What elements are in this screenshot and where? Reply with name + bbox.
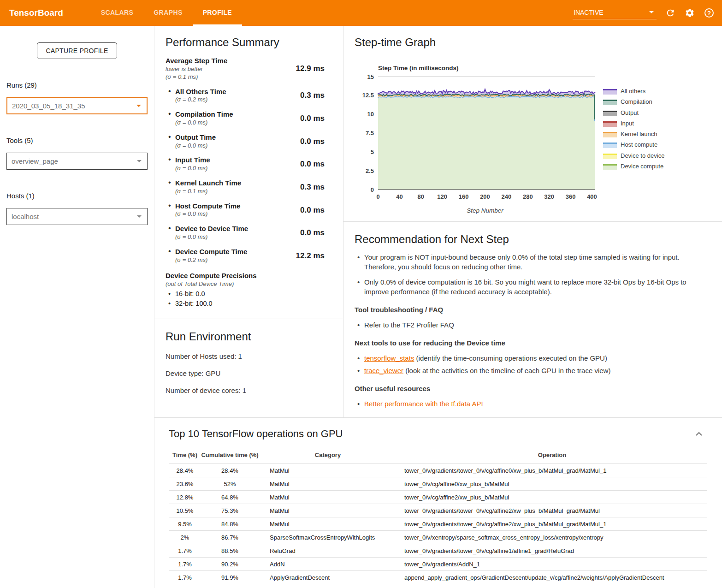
metric-value: 0.0 ms: [300, 160, 332, 169]
metric-label: Device to Device Time: [175, 225, 248, 233]
metric-label-block: Kernel Launch Time(σ = 0.1 ms): [166, 179, 241, 196]
tab-scalars[interactable]: SCALARS: [91, 0, 143, 26]
next-tool-item: tensorflow_stats (identify the time-cons…: [355, 353, 710, 363]
legend-label: Device to device: [621, 153, 664, 159]
legend-band: [603, 123, 617, 127]
main-content: Performance Summary Average Step Time lo…: [154, 26, 722, 588]
column-header: Cumulative time (%): [201, 448, 259, 464]
legend-band: [603, 133, 617, 137]
svg-text:40: 40: [396, 193, 402, 200]
svg-text:10: 10: [367, 111, 374, 118]
table-cell: 10.5%: [169, 504, 201, 517]
tab-profile[interactable]: PROFILE: [193, 0, 242, 26]
selector-dropdown-1[interactable]: overview_page: [6, 153, 148, 170]
metric-label-block: Device to Device Time(σ = 0.0 ms): [166, 225, 248, 241]
metric-row: Kernel Launch Time(σ = 0.1 ms)0.3 ms: [166, 179, 332, 196]
refresh-icon[interactable]: [665, 7, 676, 18]
divider: [154, 319, 343, 319]
table-cell: MatMul: [259, 491, 397, 504]
settings-gear-icon[interactable]: [684, 7, 695, 18]
svg-text:Step Time (in milliseconds): Step Time (in milliseconds): [378, 65, 459, 71]
selector-value: localhost: [12, 213, 39, 220]
table-cell: 23.6%: [169, 477, 201, 491]
table-cell: 1.7%: [169, 544, 201, 558]
precision-item: 32-bit: 100.0: [166, 299, 332, 309]
legend-swatch: [603, 121, 617, 127]
svg-text:160: 160: [459, 193, 469, 200]
table-cell: 75.3%: [201, 504, 259, 517]
svg-text:360: 360: [566, 193, 576, 200]
legend-label: Host compute: [621, 142, 657, 148]
legend-band: [603, 166, 617, 170]
metric-value: 0.0 ms: [300, 114, 332, 123]
table-cell: tower_0/v/xentropy/sparse_softmax_cross_…: [397, 531, 707, 544]
legend-item-device-compute: Device compute: [603, 163, 664, 170]
svg-text:320: 320: [544, 193, 554, 200]
help-icon[interactable]: ?: [704, 7, 715, 18]
legend-item-input: Input: [603, 120, 664, 127]
table-cell: 84.8%: [201, 517, 259, 531]
tab-graphs[interactable]: GRAPHS: [143, 0, 192, 26]
table-cell: MatMul: [259, 517, 397, 531]
recommendation-bullet: Only 0.0% of device computation is 16 bi…: [355, 277, 710, 297]
link-tensorflow-stats[interactable]: tensorflow_stats: [364, 354, 414, 362]
selector-dropdown-2[interactable]: localhost: [6, 208, 148, 225]
svg-text:80: 80: [418, 193, 424, 200]
selector-dropdown-0[interactable]: 2020_03_05_18_31_35: [6, 97, 148, 114]
metric-row: All Others Time(σ = 0.2 ms)0.3 ms: [166, 88, 332, 104]
svg-text:5: 5: [371, 148, 374, 155]
selector-group: Runs (29)2020_03_05_18_31_35: [6, 81, 148, 114]
run-environment-line: Device type: GPU: [166, 369, 332, 377]
other-resource-item: Better performance with the tf.data API: [355, 399, 710, 409]
metric-value: 0.0 ms: [300, 137, 332, 146]
table-cell: AddN: [259, 558, 397, 571]
column-header: Operation: [397, 448, 707, 464]
metric-label-block: Device Compute Time(σ = 0.2 ms): [166, 248, 247, 264]
metric-sigma: (σ = 0.1 ms): [175, 188, 241, 196]
metric-label: Output Time: [175, 133, 216, 142]
chevron-down-icon: [136, 105, 141, 107]
metric-value: 0.0 ms: [300, 228, 332, 238]
table-row: 1.7%90.2%AddNtower_0/v/gradients/AddN_1: [169, 558, 707, 571]
collapse-chevron-icon[interactable]: [695, 432, 703, 436]
status-dropdown[interactable]: INACTIVE: [573, 7, 657, 19]
legend-band: [603, 90, 617, 95]
metric-value: 0.3 ms: [300, 91, 332, 100]
sidebar: CAPTURE PROFILE Runs (29)2020_03_05_18_3…: [0, 26, 154, 588]
svg-text:15: 15: [367, 73, 374, 80]
svg-text:280: 280: [523, 193, 533, 200]
step-time-chart: Step Time (in milliseconds)02.557.51012.…: [356, 63, 598, 215]
legend-label: Kernel launch: [621, 131, 657, 137]
legend-band: [603, 144, 617, 148]
legend-swatch: [603, 89, 617, 95]
table-cell: 86.7%: [201, 531, 259, 544]
table-row: 23.6%52%MatMultower_0/v/cg/affine0/xw_pl…: [169, 477, 707, 491]
selector-value: overview_page: [12, 157, 58, 165]
legend-item-host-compute: Host compute: [603, 142, 664, 148]
metric-label: Average Step Time: [166, 57, 227, 65]
legend-swatch: [603, 100, 617, 105]
table-cell: 12.8%: [169, 491, 201, 504]
metric-label-block: Output Time(σ = 0.0 ms): [166, 133, 216, 150]
device-compute-precisions: Device Compute Precisions (out of Total …: [166, 272, 332, 309]
table-row: 2%86.7%SparseSoftmaxCrossEntropyWithLogi…: [169, 531, 707, 544]
table-cell: tower_0/v/cg/affine2/xw_plus_b/MatMul: [397, 491, 707, 504]
capture-profile-button[interactable]: CAPTURE PROFILE: [37, 42, 117, 59]
metric-label: Input Time: [175, 156, 210, 165]
chevron-down-icon: [649, 11, 654, 13]
metric-label: Compilation Time: [175, 110, 233, 119]
link-trace-viewer[interactable]: trace_viewer: [364, 367, 403, 374]
faq-heading: Tool troubleshooting / FAQ: [355, 306, 711, 314]
run-environment-line: Number of device cores: 1: [166, 386, 332, 394]
table-cell: tower_0/v/gradients/tower_0/v/cg/affine0…: [397, 464, 707, 477]
link-better-performance-with-the-tf-data-api[interactable]: Better performance with the tf.data API: [364, 400, 483, 408]
next-tool-item: trace_viewer (look at the activities on …: [355, 366, 710, 375]
right-column: Step-time Graph Step Time (in millisecon…: [343, 26, 722, 417]
svg-text:240: 240: [502, 193, 512, 200]
metric-sigma: (σ = 0.2 ms): [175, 96, 226, 104]
legend-band: [603, 112, 617, 116]
table-cell: SparseSoftmaxCrossEntropyWithLogits: [259, 531, 397, 544]
table-row: 12.8%64.8%MatMultower_0/v/cg/affine2/xw_…: [169, 491, 707, 504]
legend-swatch: [603, 154, 617, 159]
metric-value: 12.2 ms: [296, 251, 332, 261]
